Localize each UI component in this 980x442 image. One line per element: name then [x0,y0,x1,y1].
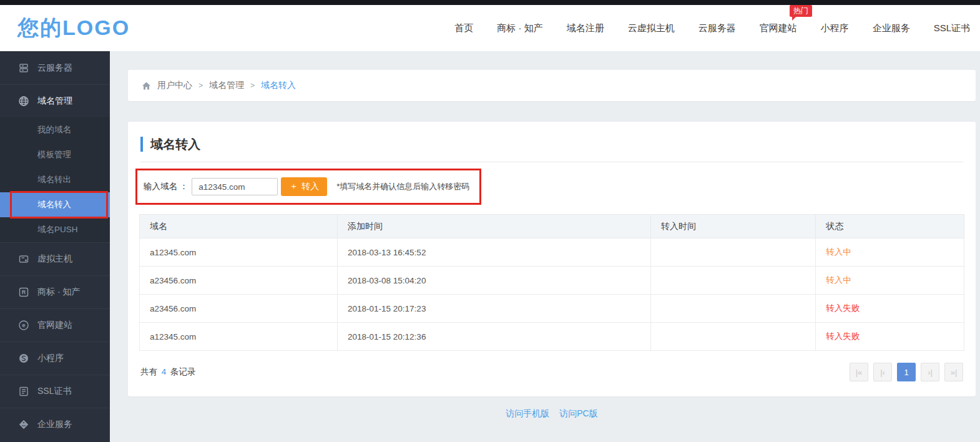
breadcrumb-domain-management[interactable]: 域名管理 [209,80,244,91]
pagination-prev-button[interactable]: |‹ [873,363,892,381]
cell-transfer-time [651,295,816,323]
records-suffix: 条记录 [170,367,196,376]
breadcrumb: 用户中心 > 域名管理 > 域名转入 [128,70,976,101]
cell-added-time: 2018-03-08 15:04:20 [338,267,651,295]
submenu-template-management[interactable]: 模板管理 [0,142,110,167]
home-icon [142,81,151,91]
form-hint: *填写域名并确认信息后输入转移密码 [336,181,469,192]
transfer-in-table: 域名 添加时间 转入时间 状态 a12345.com 2018-03-13 16… [139,214,964,351]
ssl-cert-icon [18,386,29,397]
sidebar-item-label: 企业服务 [37,419,72,430]
status-badge: 转入失败 [826,332,860,341]
cell-status: 转入失败 [816,323,964,351]
breadcrumb-separator: > [250,81,255,90]
nav-trademark[interactable]: 商标 · 知产 [497,22,542,34]
sidebar-item-label: 小程序 [37,353,64,364]
cell-transfer-time [651,238,816,267]
sidebar-item-website-builder[interactable]: e 官网建站 [0,308,110,341]
sidebar: 云服务器 域名管理 我的域名 模板管理 域名转出 域名转入 域名PUSH [0,51,110,442]
nav-enterprise[interactable]: 企业服务 [873,22,910,34]
submenu-domain-push[interactable]: 域名PUSH [0,217,110,242]
cell-domain: a12345.com [140,238,338,267]
breadcrumb-user-center[interactable]: 用户中心 [157,80,192,91]
sidebar-item-label: 虚拟主机 [37,253,72,265]
status-badge: 转入中 [826,247,851,257]
cell-added-time: 2018-03-13 16:45:52 [338,238,651,267]
cell-domain: a12345.com [140,323,338,351]
cell-transfer-time [651,267,816,295]
submenu-domain-transfer-in[interactable]: 域名转入 [0,192,110,217]
table-row: a23456.com 2018-01-15 20:17:23 转入失败 [140,295,964,323]
sidebar-item-domain-management[interactable]: 域名管理 [0,84,110,117]
pagination: |« |‹ 1 ›| »| [850,363,963,381]
page-title: 域名转入 [140,137,964,152]
sidebar-item-label: 云服务器 [37,62,72,74]
nav-domain-register[interactable]: 域名注册 [567,22,604,34]
pagination-next-button[interactable]: ›| [921,363,939,381]
nav-cloud-vhost[interactable]: 云虚拟主机 [628,22,675,34]
sidebar-item-miniprogram[interactable]: 小程序 [0,341,110,375]
breadcrumb-separator: > [198,81,203,90]
col-header-status: 状态 [816,215,964,238]
table-row: a12345.com 2018-03-13 16:45:52 转入中 [140,238,964,267]
breadcrumb-domain-transfer-in[interactable]: 域名转入 [261,80,296,91]
sidebar-item-label: 官网建站 [37,320,72,331]
nav-website-builder[interactable]: 官网建站 热门 [760,22,797,34]
enterprise-icon [18,419,29,430]
sidebar-item-label: 域名管理 [37,96,72,107]
sidebar-item-ssl[interactable]: SSL证书 [0,375,110,408]
top-nav: 首页 商标 · 知产 域名注册 云虚拟主机 云服务器 官网建站 热门 小程序 企… [454,22,970,34]
submenu-domain-transfer-out[interactable]: 域名转出 [0,167,110,192]
nav-website-builder-label: 官网建站 [760,22,797,33]
sidebar-item-virtual-host[interactable]: 虚拟主机 [0,242,110,275]
table-header-row: 域名 添加时间 转入时间 状态 [140,215,964,238]
nav-miniprogram[interactable]: 小程序 [821,22,849,34]
miniprogram-icon [18,353,29,364]
host-icon [18,253,29,265]
header: 您的LOGO 首页 商标 · 知产 域名注册 云虚拟主机 云服务器 官网建站 热… [0,5,980,51]
nav-cloud-server[interactable]: 云服务器 [698,22,736,34]
transfer-in-button-label: 转入 [301,181,319,192]
sidebar-item-label: 商标 · 知产 [37,287,80,298]
pagination-last-button[interactable]: »| [944,363,963,381]
transfer-form-highlight-box: 输入域名 ： ＋ 转入 *填写域名并确认信息后输入转移密码 [135,169,481,205]
hot-badge: 热门 [790,5,812,17]
status-badge: 转入失败 [826,303,860,313]
title-divider [140,162,963,162]
pc-version-link[interactable]: 访问PC版 [559,408,597,418]
svg-text:R: R [22,289,26,295]
cell-status: 转入中 [816,267,964,295]
nav-ssl[interactable]: SSL证书 [934,22,970,34]
cell-domain: a23456.com [140,295,338,323]
globe-icon [18,96,29,107]
top-strip [0,0,980,5]
cell-added-time: 2018-01-15 20:12:36 [338,323,651,351]
mobile-version-link[interactable]: 访问手机版 [506,408,549,418]
sidebar-item-trademark[interactable]: R 商标 · 知产 [0,275,110,308]
table-row: a23456.com 2018-03-08 15:04:20 转入中 [140,267,964,295]
domain-input-label: 输入域名 ： [144,181,188,192]
svg-text:e: e [22,322,25,328]
website-icon: e [18,320,29,331]
domain-input[interactable] [192,178,278,195]
cell-status: 转入中 [816,238,964,267]
site-logo[interactable]: 您的LOGO [17,14,130,42]
sidebar-item-label: SSL证书 [37,386,71,397]
submenu-item-label: 域名转入 [37,200,71,209]
server-icon [18,62,29,74]
transfer-in-button[interactable]: ＋ 转入 [281,177,327,196]
submenu-my-domains[interactable]: 我的域名 [0,117,110,142]
sidebar-item-enterprise[interactable]: 企业服务 [0,408,110,441]
domain-transfer-card: 域名转入 输入域名 ： ＋ 转入 *填写域名并确认信息后输入转移密码 域名 添加… [128,122,976,396]
trademark-icon: R [18,287,29,298]
col-header-added-time: 添加时间 [338,215,651,238]
cell-domain: a23456.com [140,267,338,295]
pagination-page-1-button[interactable]: 1 [897,363,916,381]
pagination-first-button[interactable]: |« [850,363,868,381]
nav-home[interactable]: 首页 [454,22,473,34]
cell-status: 转入失败 [816,295,964,323]
col-header-transfer-time: 转入时间 [651,215,816,238]
domain-submenu: 我的域名 模板管理 域名转出 域名转入 域名PUSH [0,117,110,242]
records-prefix: 共有 [140,367,157,376]
sidebar-item-cloud-server[interactable]: 云服务器 [0,51,110,84]
